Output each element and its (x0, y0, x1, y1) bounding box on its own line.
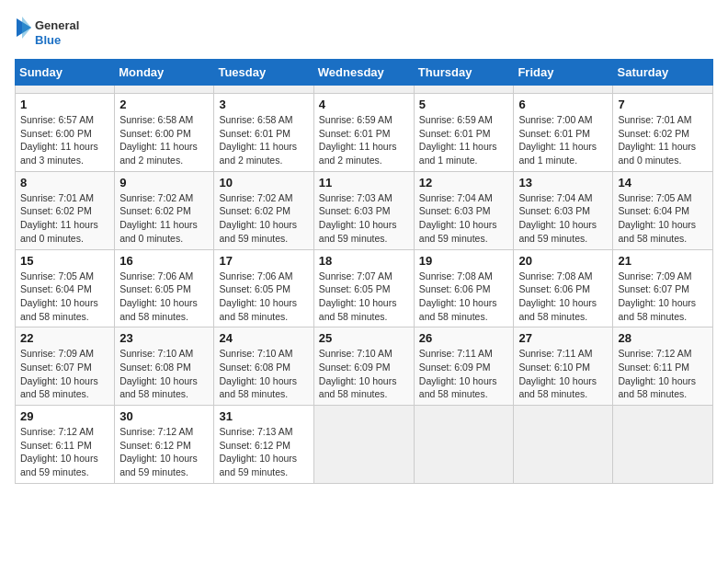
day-number: 28 (618, 331, 708, 345)
calendar-week-row: 1Sunrise: 6:57 AMSunset: 6:00 PMDaylight… (16, 94, 713, 172)
day-number: 3 (219, 98, 308, 111)
svg-text:Blue: Blue (35, 33, 61, 47)
day-number: 9 (119, 176, 209, 190)
calendar-cell (613, 86, 713, 94)
day-number: 8 (20, 176, 109, 190)
calendar-cell: 23Sunrise: 7:10 AMSunset: 6:08 PMDayligh… (115, 327, 214, 406)
day-detail: Sunrise: 7:06 AMSunset: 6:05 PMDaylight:… (219, 270, 308, 324)
day-detail: Sunrise: 7:05 AMSunset: 6:04 PMDaylight:… (618, 191, 708, 246)
day-number: 21 (618, 254, 708, 268)
calendar-cell: 10Sunrise: 7:02 AMSunset: 6:02 PMDayligh… (214, 171, 313, 249)
calendar-week-row: 29Sunrise: 7:12 AMSunset: 6:11 PMDayligh… (16, 406, 713, 484)
calendar-cell: 29Sunrise: 7:12 AMSunset: 6:11 PMDayligh… (16, 406, 115, 484)
calendar-cell: 9Sunrise: 7:02 AMSunset: 6:02 PMDaylight… (115, 171, 214, 249)
day-detail: Sunrise: 6:58 AMSunset: 6:00 PMDaylight:… (119, 113, 209, 167)
day-number: 17 (219, 254, 308, 268)
calendar-cell: 4Sunrise: 6:59 AMSunset: 6:01 PMDaylight… (313, 94, 414, 172)
day-number: 19 (419, 254, 509, 268)
day-detail: Sunrise: 7:10 AMSunset: 6:08 PMDaylight:… (219, 347, 308, 401)
day-detail: Sunrise: 7:02 AMSunset: 6:02 PMDaylight:… (219, 191, 308, 246)
day-detail: Sunrise: 7:05 AMSunset: 6:04 PMDaylight:… (20, 270, 109, 324)
calendar-cell: 22Sunrise: 7:09 AMSunset: 6:07 PMDayligh… (16, 327, 115, 406)
day-number: 24 (219, 331, 308, 345)
page-header: General Blue (15, 15, 713, 52)
day-number: 7 (618, 98, 708, 111)
calendar-cell (214, 86, 313, 94)
day-number: 13 (518, 176, 608, 190)
day-number: 5 (419, 98, 509, 111)
day-number: 15 (20, 254, 109, 268)
calendar-cell: 16Sunrise: 7:06 AMSunset: 6:05 PMDayligh… (115, 249, 214, 327)
day-detail: Sunrise: 7:08 AMSunset: 6:06 PMDaylight:… (419, 270, 509, 324)
day-detail: Sunrise: 7:12 AMSunset: 6:11 PMDaylight:… (618, 347, 708, 401)
day-number: 2 (119, 98, 209, 111)
day-detail: Sunrise: 7:11 AMSunset: 6:09 PMDaylight:… (419, 347, 509, 401)
calendar-week-row: 8Sunrise: 7:01 AMSunset: 6:02 PMDaylight… (16, 171, 713, 249)
day-detail: Sunrise: 7:13 AMSunset: 6:12 PMDaylight:… (219, 425, 308, 479)
day-detail: Sunrise: 6:58 AMSunset: 6:01 PMDaylight:… (219, 113, 308, 167)
calendar-cell: 5Sunrise: 6:59 AMSunset: 6:01 PMDaylight… (414, 94, 514, 172)
column-header-thursday: Thursday (414, 60, 514, 86)
day-detail: Sunrise: 7:11 AMSunset: 6:10 PMDaylight:… (518, 347, 608, 401)
calendar-cell: 6Sunrise: 7:00 AMSunset: 6:01 PMDaylight… (514, 94, 613, 172)
day-detail: Sunrise: 7:01 AMSunset: 6:02 PMDaylight:… (20, 191, 109, 246)
day-detail: Sunrise: 7:00 AMSunset: 6:01 PMDaylight:… (518, 113, 608, 167)
calendar-cell: 13Sunrise: 7:04 AMSunset: 6:03 PMDayligh… (514, 171, 613, 249)
day-detail: Sunrise: 7:09 AMSunset: 6:07 PMDaylight:… (618, 270, 708, 324)
day-number: 30 (119, 409, 209, 423)
calendar-cell: 15Sunrise: 7:05 AMSunset: 6:04 PMDayligh… (16, 249, 115, 327)
day-detail: Sunrise: 7:10 AMSunset: 6:09 PMDaylight:… (319, 347, 409, 401)
day-detail: Sunrise: 7:08 AMSunset: 6:06 PMDaylight:… (518, 270, 608, 324)
day-number: 4 (319, 98, 409, 111)
day-number: 29 (20, 409, 109, 423)
day-number: 12 (419, 176, 509, 190)
day-detail: Sunrise: 7:12 AMSunset: 6:11 PMDaylight:… (20, 425, 109, 479)
calendar-cell (16, 86, 115, 94)
calendar-cell: 7Sunrise: 7:01 AMSunset: 6:02 PMDaylight… (613, 94, 713, 172)
calendar-cell (115, 86, 214, 94)
day-detail: Sunrise: 7:06 AMSunset: 6:05 PMDaylight:… (119, 270, 209, 324)
calendar-cell: 26Sunrise: 7:11 AMSunset: 6:09 PMDayligh… (414, 327, 514, 406)
day-number: 16 (119, 254, 209, 268)
day-number: 11 (319, 176, 409, 190)
logo: General Blue (15, 15, 88, 52)
calendar-cell (313, 86, 414, 94)
calendar-cell: 14Sunrise: 7:05 AMSunset: 6:04 PMDayligh… (613, 171, 713, 249)
column-header-sunday: Sunday (16, 60, 115, 86)
day-number: 27 (518, 331, 608, 345)
day-detail: Sunrise: 7:12 AMSunset: 6:12 PMDaylight:… (119, 425, 209, 479)
day-detail: Sunrise: 7:03 AMSunset: 6:03 PMDaylight:… (319, 191, 409, 246)
calendar-cell: 1Sunrise: 6:57 AMSunset: 6:00 PMDaylight… (16, 94, 115, 172)
day-detail: Sunrise: 7:09 AMSunset: 6:07 PMDaylight:… (20, 347, 109, 401)
calendar-cell: 21Sunrise: 7:09 AMSunset: 6:07 PMDayligh… (613, 249, 713, 327)
calendar-cell (514, 406, 613, 484)
calendar-table: SundayMondayTuesdayWednesdayThursdayFrid… (15, 59, 713, 484)
calendar-cell: 3Sunrise: 6:58 AMSunset: 6:01 PMDaylight… (214, 94, 313, 172)
calendar-cell: 20Sunrise: 7:08 AMSunset: 6:06 PMDayligh… (514, 249, 613, 327)
day-number: 10 (219, 176, 308, 190)
day-number: 25 (319, 331, 409, 345)
calendar-cell: 12Sunrise: 7:04 AMSunset: 6:03 PMDayligh… (414, 171, 514, 249)
day-detail: Sunrise: 6:59 AMSunset: 6:01 PMDaylight:… (319, 113, 409, 167)
calendar-cell: 19Sunrise: 7:08 AMSunset: 6:06 PMDayligh… (414, 249, 514, 327)
calendar-cell (414, 406, 514, 484)
day-detail: Sunrise: 7:04 AMSunset: 6:03 PMDaylight:… (419, 191, 509, 246)
day-number: 6 (518, 98, 608, 111)
day-detail: Sunrise: 7:02 AMSunset: 6:02 PMDaylight:… (119, 191, 209, 246)
day-number: 23 (119, 331, 209, 345)
calendar-cell: 30Sunrise: 7:12 AMSunset: 6:12 PMDayligh… (115, 406, 214, 484)
column-header-monday: Monday (115, 60, 214, 86)
calendar-cell: 18Sunrise: 7:07 AMSunset: 6:05 PMDayligh… (313, 249, 414, 327)
calendar-cell: 11Sunrise: 7:03 AMSunset: 6:03 PMDayligh… (313, 171, 414, 249)
calendar-cell: 31Sunrise: 7:13 AMSunset: 6:12 PMDayligh… (214, 406, 313, 484)
calendar-header-row: SundayMondayTuesdayWednesdayThursdayFrid… (16, 60, 713, 86)
day-number: 14 (618, 176, 708, 190)
svg-text:General: General (35, 18, 79, 32)
calendar-cell: 27Sunrise: 7:11 AMSunset: 6:10 PMDayligh… (514, 327, 613, 406)
column-header-friday: Friday (514, 60, 613, 86)
calendar-cell (313, 406, 414, 484)
calendar-cell: 8Sunrise: 7:01 AMSunset: 6:02 PMDaylight… (16, 171, 115, 249)
day-detail: Sunrise: 7:01 AMSunset: 6:02 PMDaylight:… (618, 113, 708, 167)
calendar-cell (613, 406, 713, 484)
calendar-week-row: 15Sunrise: 7:05 AMSunset: 6:04 PMDayligh… (16, 249, 713, 327)
